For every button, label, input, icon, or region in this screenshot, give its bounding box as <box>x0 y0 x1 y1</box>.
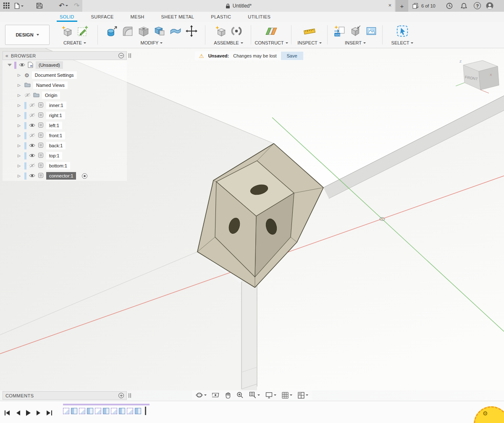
select-cursor-icon[interactable] <box>396 25 409 38</box>
browser-item-named-views[interactable]: ▷ Named Views <box>3 80 127 90</box>
timeline-feature-extrude[interactable] <box>135 408 141 414</box>
expand-arrow-icon[interactable]: ▷ <box>18 174 22 178</box>
tab-mesh[interactable]: MESH <box>131 12 144 22</box>
minimize-panel-icon[interactable] <box>118 53 124 58</box>
visibility-eye-off-icon[interactable] <box>29 113 35 118</box>
save-document-button[interactable]: Save <box>281 52 303 60</box>
timeline-feature-sketch[interactable] <box>79 408 85 414</box>
timeline-feature-extrude[interactable] <box>71 408 77 414</box>
visibility-eye-icon[interactable] <box>29 153 35 159</box>
browser-item-inner[interactable]: ▷ inner:1 <box>3 100 127 110</box>
browser-item-bottom[interactable]: ▷ bottom:1 <box>3 161 127 171</box>
help-badge[interactable]: ⚙ <box>474 406 504 423</box>
expand-arrow-icon[interactable]: ▷ <box>18 113 22 118</box>
select-menu-button[interactable]: SELECT <box>385 40 420 45</box>
account-avatar[interactable] <box>486 2 494 10</box>
display-settings-button[interactable] <box>265 392 276 399</box>
browser-item-back[interactable]: ▷ back:1 <box>3 141 127 151</box>
job-status-button[interactable] <box>446 3 453 9</box>
insert-svg-icon[interactable]: SVG <box>333 25 346 38</box>
timeline-feature-extrude[interactable] <box>87 408 93 414</box>
create-sketch-icon[interactable] <box>76 25 89 38</box>
new-tab-button[interactable]: + <box>396 0 408 12</box>
timeline-play-button[interactable] <box>26 410 31 417</box>
inspect-menu-button[interactable]: INSPECT <box>293 40 326 45</box>
pan-button[interactable] <box>225 392 231 399</box>
panel-drag-grip[interactable] <box>129 393 131 398</box>
timeline-feature-sketch[interactable] <box>63 408 69 414</box>
insert-mesh-icon[interactable] <box>349 25 362 38</box>
construction-plane-icon[interactable] <box>265 25 278 38</box>
close-tab-icon[interactable]: × <box>388 3 391 8</box>
browser-item-left[interactable]: ▷ left:1 <box>3 120 127 131</box>
tab-solid[interactable]: SOLID <box>60 12 74 22</box>
move-copy-icon[interactable] <box>185 25 198 38</box>
expand-arrow-icon[interactable]: ▷ <box>18 164 22 168</box>
visibility-eye-icon[interactable] <box>19 63 25 68</box>
look-at-button[interactable] <box>212 392 219 398</box>
app-menu-icon[interactable] <box>3 3 10 9</box>
timeline-step-back-button[interactable] <box>16 410 21 417</box>
expand-comments-icon[interactable] <box>118 393 124 398</box>
viewports-button[interactable] <box>298 392 308 399</box>
combine-icon[interactable] <box>153 25 166 38</box>
expand-arrow-icon[interactable]: ▷ <box>18 83 22 87</box>
visibility-eye-off-icon[interactable] <box>29 103 35 108</box>
zoom-button[interactable] <box>236 392 244 399</box>
browser-item-right[interactable]: ▷ right:1 <box>3 110 127 120</box>
timeline-feature-sketch[interactable] <box>127 408 133 414</box>
timeline-go-to-start-button[interactable] <box>4 410 10 417</box>
browser-item-document-settings[interactable]: ▷ ⚙ Document Settings <box>3 70 127 80</box>
construct-menu-button[interactable]: CONSTRUCT <box>253 40 290 45</box>
create-menu-button[interactable]: CREATE <box>54 40 96 45</box>
save-button[interactable] <box>36 3 43 9</box>
notifications-button[interactable] <box>461 3 467 9</box>
visibility-eye-off-icon[interactable] <box>29 133 35 138</box>
expand-arrow-icon[interactable] <box>8 64 12 66</box>
press-pull-icon[interactable] <box>105 25 118 38</box>
visibility-eye-off-icon[interactable] <box>24 93 31 98</box>
browser-item-front[interactable]: ▷ front:1 <box>3 131 127 141</box>
browser-item-origin[interactable]: ▷ Origin <box>3 90 127 100</box>
workspace-selector[interactable]: DESIGN <box>5 25 50 45</box>
new-component-icon[interactable] <box>60 25 73 38</box>
orbit-button[interactable] <box>196 392 207 399</box>
draft-icon[interactable] <box>169 25 182 38</box>
measure-icon[interactable] <box>303 25 316 38</box>
tab-utilities[interactable]: UTILITIES <box>248 12 270 22</box>
collapse-panel-icon[interactable]: « <box>5 53 8 58</box>
expand-arrow-icon[interactable]: ▷ <box>18 154 22 158</box>
timeline-position-marker[interactable] <box>145 407 146 415</box>
shell-icon[interactable] <box>137 25 150 38</box>
visibility-eye-icon[interactable] <box>29 143 35 149</box>
tab-sheet-metal[interactable]: SHEET METAL <box>161 12 194 22</box>
modify-menu-button[interactable]: MODIFY <box>100 40 203 45</box>
new-component-icon[interactable] <box>214 25 227 38</box>
tab-plastic[interactable]: PLASTIC <box>211 12 231 22</box>
help-button[interactable]: ? <box>474 2 481 9</box>
timeline-feature-extrude[interactable] <box>119 408 125 414</box>
browser-header[interactable]: « BROWSER <box>3 51 127 60</box>
assemble-menu-button[interactable]: ASSEMBLE <box>207 40 249 45</box>
zoom-fit-button[interactable] <box>249 392 260 399</box>
tab-surface[interactable]: SURFACE <box>91 12 114 22</box>
browser-root-row[interactable]: (Unsaved) <box>3 60 127 70</box>
corner-post[interactable] <box>242 277 257 390</box>
document-counter[interactable]: 6 of 10 <box>412 3 436 9</box>
expand-arrow-icon[interactable]: ▷ <box>18 133 22 138</box>
timeline-feature-sketch[interactable] <box>95 408 101 414</box>
visibility-eye-icon[interactable] <box>29 173 35 179</box>
document-tab[interactable]: Untitled* × <box>82 0 395 12</box>
timeline-go-to-end-button[interactable] <box>46 410 52 417</box>
visibility-eye-icon[interactable] <box>29 123 35 128</box>
browser-item-connector[interactable]: ▷ connector:1 <box>3 171 127 181</box>
timeline-track[interactable] <box>63 404 150 415</box>
insert-menu-button[interactable]: INSERT <box>330 40 381 45</box>
expand-arrow-icon[interactable]: ▷ <box>18 73 22 77</box>
3d-viewport[interactable]: FRONT Z X ⚠ Unsaved: Changes may be lost… <box>0 48 504 401</box>
grid-snaps-button[interactable] <box>282 392 292 399</box>
expand-arrow-icon[interactable]: ▷ <box>18 93 22 97</box>
activate-component-radio[interactable] <box>82 173 87 179</box>
panel-drag-grip[interactable] <box>129 53 131 58</box>
undo-button[interactable]: ↶ <box>59 2 68 10</box>
